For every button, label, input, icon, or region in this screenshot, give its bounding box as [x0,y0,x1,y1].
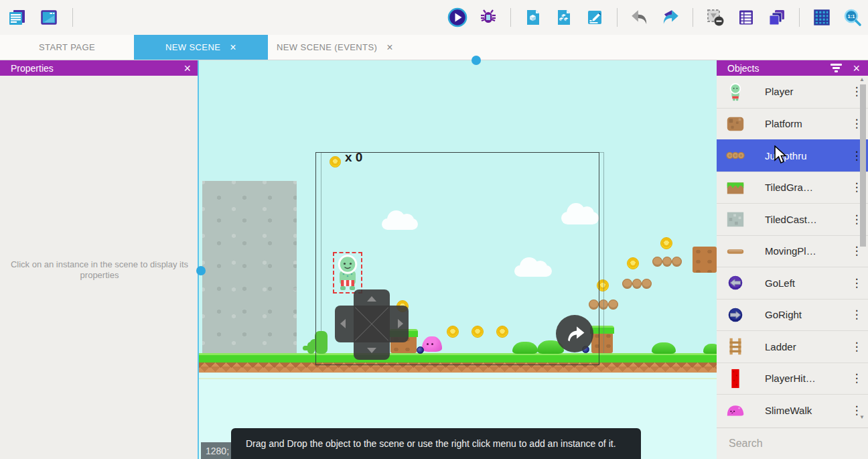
top-resize-handle[interactable] [472,56,481,65]
panel-resize-handle[interactable] [196,266,206,275]
tiled-castle-instance[interactable] [202,181,297,354]
camera-frame-outline [315,152,599,365]
object-row-playerhitbox[interactable]: PlayerHit… ⋮ [717,363,868,395]
object-label: TiledCast… [765,214,845,225]
objects-scrollbar[interactable]: ▲ ▼ [860,79,866,424]
tab-label: NEW SCENE (EVENTS) [277,42,377,52]
tab-label: START PAGE [39,42,95,52]
objects-list: Player ⋮ Platform ⋮ Jumpthru ⋮ [717,76,868,428]
zoom-original-icon[interactable]: 1:1 [843,7,863,27]
mouse-cursor [774,145,788,166]
scrollbar-thumb[interactable] [860,84,866,247]
object-row-ladder[interactable]: Ladder ⋮ [717,330,868,363]
scroll-up-icon[interactable]: ▲ [859,76,865,82]
properties-panel-title: Properties [11,63,54,74]
instances-list-icon[interactable] [736,7,756,27]
objects-search-box [717,428,868,459]
layers-icon[interactable] [767,7,787,27]
objects-panel-header: Objects × [717,60,868,76]
jumpthru-object-icon [725,145,746,166]
bush[interactable] [703,344,717,354]
export-project-icon[interactable] [554,7,574,27]
coin-instance[interactable] [627,257,639,269]
object-label: PlayerHit… [765,373,845,384]
tab-close-icon[interactable]: × [386,42,393,53]
object-row-platform[interactable]: Platform ⋮ [717,108,868,140]
scene-edge-line [199,378,717,379]
toolbar-divider [510,8,511,27]
player-hitbox-object-icon [725,368,746,389]
tiled-grass-object-icon [725,177,746,198]
debug-icon[interactable] [478,7,498,27]
tab-new-scene[interactable]: NEW SCENE × [134,35,268,60]
toolbar-divider [693,8,693,27]
properties-empty-message: Click on an instance in the scene to dis… [5,259,194,280]
object-row-movingplatform[interactable]: MovingPl… ⋮ [717,235,868,267]
object-row-player[interactable]: Player ⋮ [717,76,868,108]
preview-scene-icon[interactable] [523,7,543,27]
object-label: Platform [765,118,845,129]
cactus[interactable] [307,342,315,354]
object-label: TiledGra… [765,182,845,193]
toolbar-divider [799,8,800,27]
object-label: MovingPl… [765,245,845,257]
go-left-object-icon [725,272,746,293]
object-label: GoRight [765,309,845,320]
main-area: x 0 Properties × Click on an instance in… [0,60,868,459]
undo-icon[interactable] [630,7,650,27]
panel-resize-divider[interactable] [198,60,199,459]
objects-panel: Objects × Player ⋮ Platform ⋮ [717,60,868,459]
deselect-all-icon[interactable] [705,7,725,27]
platform-instance[interactable] [693,247,717,273]
platform-object-icon [725,113,746,135]
object-label: Player [765,86,845,97]
search-input[interactable] [729,438,867,450]
bush[interactable] [652,342,676,354]
start-page-icon[interactable] [39,7,59,27]
object-label: Ladder [765,341,845,352]
jumpthru-instance[interactable] [652,257,682,267]
object-row-goright[interactable]: GoRight ⋮ [717,299,868,331]
redo-icon[interactable] [660,7,680,27]
object-row-jumpthru[interactable]: Jumpthru ⋮ [717,139,868,172]
object-row-tiledcastle[interactable]: TiledCast… ⋮ [717,203,868,235]
project-manager-icon[interactable] [7,7,27,27]
play-preview-icon[interactable] [447,7,467,27]
editor-tab-bar: START PAGE NEW SCENE × NEW SCENE (EVENTS… [0,35,868,60]
scene-canvas[interactable]: x 0 [199,60,717,459]
tiled-castle-object-icon [725,208,746,230]
filter-icon[interactable] [830,64,842,72]
tab-new-scene-events[interactable]: NEW SCENE (EVENTS) × [268,35,402,60]
objects-panel-title: Objects [727,63,759,74]
hud-coin-count: x 0 [345,150,362,165]
tab-close-icon[interactable]: × [230,42,236,53]
player-object-icon [725,81,746,103]
top-toolbar: 1:1 [0,0,868,35]
go-right-object-icon [725,304,746,326]
moving-platform-object-icon [725,241,746,262]
tab-start-page[interactable]: START PAGE [0,35,134,60]
object-label: SlimeWalk [765,405,845,416]
coin-instance[interactable] [660,237,672,249]
svg-text:1:1: 1:1 [848,13,855,19]
tab-label: NEW SCENE [165,42,220,52]
scroll-down-icon[interactable]: ▼ [859,414,865,420]
toolbar-divider [617,8,618,27]
object-row-goleft[interactable]: GoLeft ⋮ [717,267,868,299]
grid-icon[interactable] [812,7,832,27]
close-icon[interactable]: × [184,62,191,74]
properties-panel: Properties × Click on an instance in the… [0,60,199,459]
object-row-slimewalk[interactable]: SlimeWalk ⋮ [717,394,868,426]
jumpthru-instance[interactable] [622,279,652,289]
object-label: GoLeft [765,277,845,289]
object-row-tiledgrass[interactable]: TiledGra… ⋮ [717,172,868,204]
close-icon[interactable]: × [853,62,860,74]
slime-walk-object-icon [725,399,746,421]
hud-coin-icon [330,156,341,168]
toolbar-divider [72,8,73,27]
edit-scene-properties-icon[interactable] [585,7,605,27]
drag-drop-tooltip: Drag and Drop the object to the scene or… [231,428,641,459]
properties-panel-header: Properties × [0,60,199,76]
ladder-object-icon [725,336,746,357]
